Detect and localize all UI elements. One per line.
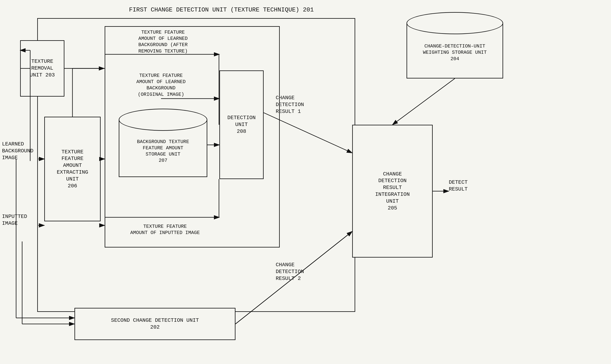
texture-feature-extracting-box: TEXTUREFEATUREAMOUNTEXTRACTINGUNIT206 <box>44 117 101 221</box>
change-detection-integration-label: CHANGEDETECTIONRESULTINTEGRATIONUNIT205 <box>375 171 410 212</box>
detect-result-label: DETECTRESULT <box>449 179 485 193</box>
title-label: FIRST CHANGE DETECTION UNIT (TEXTURE TEC… <box>60 6 382 14</box>
texture-feature-extracting-label: TEXTUREFEATUREAMOUNTEXTRACTINGUNIT206 <box>57 149 88 190</box>
diagram: FIRST CHANGE DETECTION UNIT (TEXTURE TEC… <box>0 0 611 364</box>
background-texture-label: BACKGROUND TEXTUREFEATURE AMOUNTSTORAGE … <box>137 139 189 164</box>
change-detection-result1-label: CHANGEDETECTIONRESULT 1 <box>276 95 328 115</box>
texture-feature-inputted-label: TEXTURE FEATUREAMOUNT OF INPUTTED IMAGE <box>105 223 225 236</box>
weighting-storage-cylinder: CHANGE-DETECTION-UNITWEIGHTING STORAGE U… <box>406 12 503 78</box>
texture-feature-learned-after-label: TEXTURE FEATUREAMOUNT OF LEARNEDBACKGROU… <box>109 29 217 54</box>
detection-unit-box: DETECTIONUNIT208 <box>219 70 264 179</box>
background-texture-cylinder: BACKGROUND TEXTUREFEATURE AMOUNTSTORAGE … <box>119 109 207 177</box>
texture-feature-learned-original-label: TEXTURE FEATUREAMOUNT OF LEARNEDBACKGROU… <box>113 72 209 98</box>
change-detection-integration-box: CHANGEDETECTIONRESULTINTEGRATIONUNIT205 <box>352 125 433 258</box>
learned-background-label: LEARNEDBACKGROUNDIMAGE <box>2 141 38 161</box>
texture-removal-label: TEXTUREREMOVALUNIT 203 <box>30 58 55 78</box>
change-detection-result2-label: CHANGEDETECTIONRESULT 2 <box>276 261 328 282</box>
second-change-detection-box: SECOND CHANGE DETECTION UNIT202 <box>75 308 235 340</box>
inputted-image-label: INPUTTEDIMAGE <box>2 213 38 227</box>
svg-line-21 <box>392 78 455 125</box>
weighting-storage-label: CHANGE-DETECTION-UNITWEIGHTING STORAGE U… <box>423 43 487 62</box>
detection-unit-label: DETECTIONUNIT208 <box>227 115 256 135</box>
second-change-detection-label: SECOND CHANGE DETECTION UNIT202 <box>111 317 199 331</box>
texture-removal-box: TEXTUREREMOVALUNIT 203 <box>20 40 65 97</box>
